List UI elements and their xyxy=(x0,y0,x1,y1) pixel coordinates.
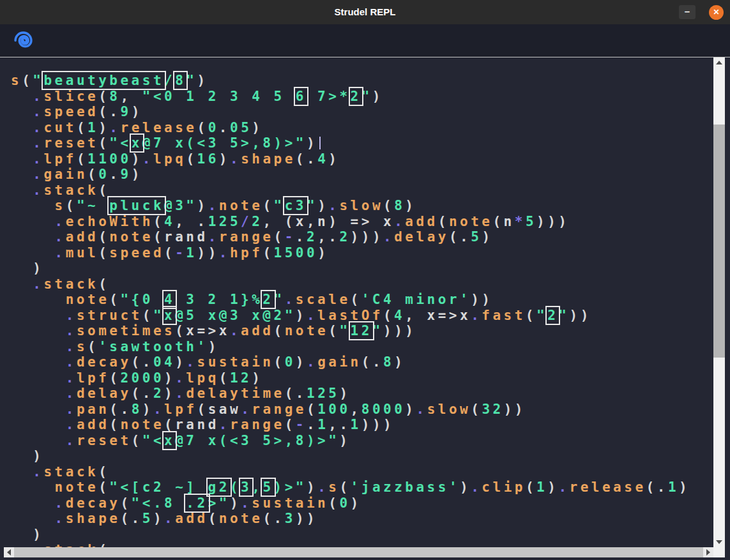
code-token: 9 xyxy=(121,167,132,182)
strudel-logo-icon[interactable] xyxy=(13,30,34,51)
horizontal-scrollbar-thumb[interactable] xyxy=(14,547,703,557)
code-token: ( xyxy=(153,214,164,229)
code-token: 5 xyxy=(142,511,153,526)
code-token: ( xyxy=(328,323,339,338)
active-token-highlight: 4 xyxy=(164,292,175,307)
code-token: ) xyxy=(405,402,416,417)
code-token: echoWith xyxy=(66,214,153,229)
code-token: range xyxy=(252,402,307,417)
code-token: stack xyxy=(43,183,98,198)
code-token: add xyxy=(241,323,273,338)
code-token: 32 xyxy=(482,402,503,417)
code-token: . xyxy=(219,120,230,135)
text-cursor xyxy=(319,137,321,149)
code-token xyxy=(11,135,33,151)
code-token: 7>* xyxy=(307,89,351,104)
titlebar[interactable]: Strudel REPL – ✕ xyxy=(0,0,730,24)
code-token: ( xyxy=(274,354,285,370)
code-token: ) xyxy=(164,370,175,386)
code-token: ( xyxy=(339,480,350,495)
code-token: ) xyxy=(339,386,350,401)
vertical-scrollbar[interactable] xyxy=(713,57,725,547)
code-token: s xyxy=(77,339,87,354)
code-token: add xyxy=(66,229,98,245)
code-token: scale xyxy=(296,292,351,307)
code-token: 3 xyxy=(285,511,296,526)
code-token: )>" xyxy=(274,480,307,495)
code-token: stack xyxy=(43,464,98,480)
code-token: - xyxy=(175,245,186,261)
code-token: ( xyxy=(383,198,394,213)
code-token: . xyxy=(219,245,230,261)
active-token-highlight: 5 xyxy=(262,480,273,495)
code-token: x=>x xyxy=(186,323,230,338)
code-token: 1 xyxy=(87,120,98,135)
code-token: . xyxy=(230,151,241,167)
active-token-highlight: 2 xyxy=(547,308,558,323)
code-token: decay xyxy=(77,354,132,370)
vertical-scrollbar-thumb[interactable] xyxy=(713,125,725,358)
toolbar xyxy=(0,24,730,57)
code-token: . xyxy=(372,354,383,370)
code-token: ( xyxy=(132,386,142,401)
code-token: , xyxy=(252,480,262,495)
code-token: " xyxy=(33,73,43,88)
code-token: * xyxy=(515,214,526,229)
code-token: ( xyxy=(87,339,98,354)
close-button[interactable]: ✕ xyxy=(709,5,724,20)
horizontal-scrollbar[interactable] xyxy=(4,547,713,557)
code-token: 1 xyxy=(668,480,679,495)
code-token: ( xyxy=(109,402,120,417)
code-token: add xyxy=(405,214,437,229)
code-token: 2 xyxy=(153,386,164,401)
code-token: ) xyxy=(132,167,142,182)
code-token: ))) xyxy=(361,417,394,432)
code-token: decay xyxy=(66,496,121,511)
window-title: Strudel REPL xyxy=(0,0,730,24)
code-line: .stack( xyxy=(11,464,690,480)
code-token: . xyxy=(33,167,43,182)
code-token xyxy=(11,386,66,401)
code-token: ( xyxy=(98,183,109,198)
code-token xyxy=(11,183,33,198)
code-token: )) xyxy=(197,245,219,261)
minimize-button[interactable]: – xyxy=(679,5,696,19)
code-token: fast xyxy=(482,308,526,323)
code-token: . xyxy=(132,511,142,526)
code-token xyxy=(11,229,55,245)
code-token: mul xyxy=(66,245,98,261)
code-token: ( xyxy=(361,354,372,370)
code-token: )) xyxy=(296,511,317,526)
code-token: . xyxy=(142,354,153,370)
code-token: ( xyxy=(262,198,273,213)
scroll-down-icon xyxy=(716,540,722,544)
code-token: ( xyxy=(153,229,164,245)
code-token: release xyxy=(121,120,197,135)
code-token: gain xyxy=(43,167,87,182)
code-token: shape xyxy=(66,511,121,526)
code-token: ) xyxy=(460,480,471,495)
code-token: ( xyxy=(208,511,219,526)
code-token: ( xyxy=(262,245,273,261)
code-token: ( xyxy=(285,386,296,401)
scroll-up-button[interactable] xyxy=(713,57,725,68)
code-token: 'sawtooth' xyxy=(98,339,208,354)
code-editor[interactable]: s("beautybeast/8") .slice(8, "<0 1 2 3 4… xyxy=(0,57,730,560)
code-token: . xyxy=(317,480,328,495)
code-token: delay xyxy=(394,229,449,245)
code-token: 2 xyxy=(339,229,350,245)
code-line: .gain(0.9) xyxy=(11,167,690,183)
code-token: range xyxy=(230,417,285,432)
code-token: 1 xyxy=(536,480,547,495)
scroll-left-button[interactable] xyxy=(4,547,14,557)
code-token: . xyxy=(394,214,405,229)
code-token: . xyxy=(307,417,317,432)
scroll-down-button[interactable] xyxy=(713,537,725,547)
code-token: . xyxy=(416,402,427,417)
code-token: ( xyxy=(142,308,153,323)
code-token: . xyxy=(208,198,219,213)
code-token xyxy=(11,354,66,370)
scroll-right-button[interactable] xyxy=(703,547,713,557)
code-content[interactable]: s("beautybeast/8") .slice(8, "<0 1 2 3 4… xyxy=(11,73,690,558)
code-token: . xyxy=(471,308,482,323)
